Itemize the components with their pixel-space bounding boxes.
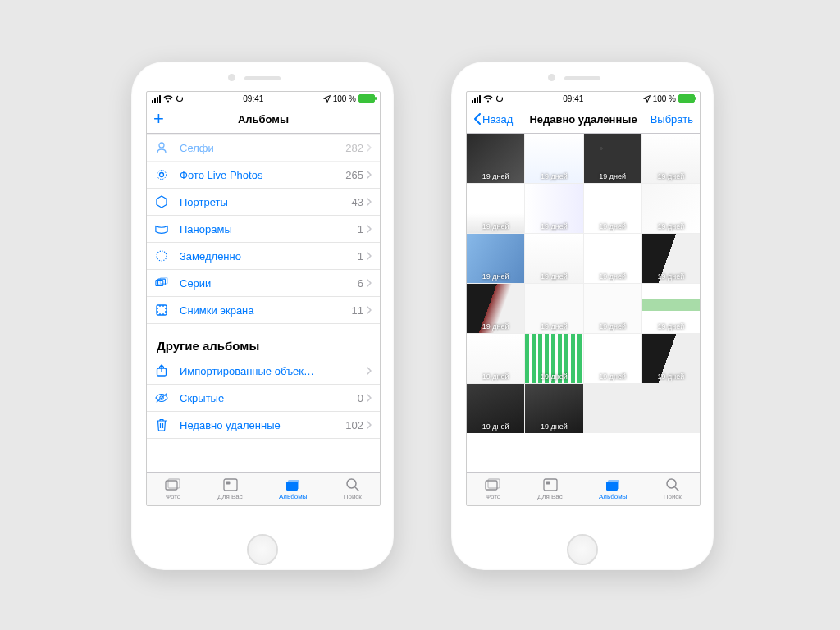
album-row-import[interactable]: Импортированные объек…	[147, 358, 380, 385]
svg-point-25	[667, 479, 676, 488]
album-count: 6	[358, 277, 363, 290]
deleted-thumbnail[interactable]: 19 дней	[525, 134, 582, 183]
tab-icon	[664, 477, 681, 492]
days-remaining: 19 дней	[541, 422, 568, 433]
deleted-thumbnail[interactable]: 19 дней	[467, 234, 524, 283]
deleted-thumbnail[interactable]: 19 дней	[584, 184, 641, 233]
select-button[interactable]: Выбрать	[651, 113, 693, 126]
album-label: Импортированные объек…	[180, 365, 367, 377]
trash-icon	[155, 418, 168, 431]
deleted-thumbnail[interactable]: 19 дней	[584, 334, 641, 383]
svg-rect-13	[224, 479, 237, 491]
deleted-thumbnail[interactable]: 19 дней	[642, 184, 700, 233]
deleted-thumbnail[interactable]: 19 дней	[467, 284, 524, 333]
battery-percent: 100 %	[333, 94, 356, 103]
tab-Для Вас[interactable]: Для Вас	[217, 477, 242, 500]
album-row-live[interactable]: Фото Live Photos265	[147, 162, 380, 189]
days-remaining: 19 дней	[599, 322, 626, 333]
svg-rect-16	[288, 480, 299, 489]
deleted-thumbnail[interactable]: 19 дней	[525, 384, 582, 433]
tab-Альбомы[interactable]: Альбомы	[599, 477, 627, 500]
chevron-left-icon	[473, 113, 481, 125]
battery-icon	[358, 94, 375, 103]
days-remaining: 19 дней	[657, 222, 684, 233]
deleted-thumbnail[interactable]: 19 дней	[467, 184, 524, 233]
album-row-screenshot[interactable]: Снимки экрана11	[147, 297, 380, 324]
album-row-pano[interactable]: Панорамы1	[147, 216, 380, 243]
album-count: 1	[358, 250, 363, 262]
deleted-thumbnail[interactable]: 19 дней	[584, 234, 641, 283]
album-count: 265	[345, 169, 363, 181]
signal-icon	[472, 95, 481, 103]
album-count: 102	[345, 419, 363, 431]
tab-Для Вас[interactable]: Для Вас	[537, 477, 562, 500]
deleted-thumbnail[interactable]: 19 дней	[584, 134, 641, 183]
album-row-slomo[interactable]: Замедленно1	[147, 243, 380, 270]
deleted-thumbnail[interactable]: 19 дней	[525, 334, 582, 383]
deleted-thumbnail[interactable]: 19 дней	[642, 234, 700, 283]
days-remaining: 19 дней	[541, 322, 568, 333]
back-button[interactable]: Назад	[473, 113, 513, 126]
svg-point-4	[157, 251, 167, 261]
chevron-right-icon	[367, 171, 372, 179]
status-bar: 09:41 100 %	[467, 92, 700, 105]
hidden-icon	[155, 391, 168, 404]
chevron-right-icon	[367, 252, 372, 260]
tab-icon	[222, 477, 239, 492]
deleted-thumbnail[interactable]: 19 дней	[467, 134, 524, 183]
svg-point-1	[159, 143, 164, 148]
tab-Поиск[interactable]: Поиск	[344, 477, 362, 500]
thumbnail-grid[interactable]: 19 дней19 дней19 дней19 дней19 дней19 дн…	[467, 134, 700, 472]
tab-Фото[interactable]: Фото	[485, 477, 501, 500]
deleted-thumbnail[interactable]: 19 дней	[525, 234, 582, 283]
status-bar: 09:41 100 %	[147, 92, 380, 105]
tab-icon	[485, 477, 501, 492]
album-label: Портреты	[180, 196, 352, 208]
chevron-right-icon	[367, 198, 372, 206]
deleted-thumbnail[interactable]: 19 дней	[467, 334, 524, 383]
tab-Поиск[interactable]: Поиск	[664, 477, 682, 500]
tab-label: Фото	[486, 493, 500, 500]
add-album-button[interactable]: +	[153, 110, 164, 128]
portrait-icon	[155, 195, 168, 208]
deleted-thumbnail[interactable]: 19 дней	[584, 284, 641, 333]
deleted-thumbnail[interactable]: 19 дней	[525, 184, 582, 233]
svg-point-2	[160, 173, 164, 177]
phone-mockup-albums: 09:41 100 % + Альбомы Селфи282Фото Live …	[131, 62, 394, 570]
album-count: 282	[345, 142, 363, 154]
days-remaining: 19 дней	[657, 372, 684, 383]
signal-icon	[152, 95, 161, 103]
album-label: Селфи	[180, 142, 345, 154]
days-remaining: 19 дней	[482, 322, 509, 333]
deleted-thumbnail[interactable]: 19 дней	[642, 134, 700, 183]
tab-icon	[285, 477, 301, 492]
days-remaining: 19 дней	[599, 272, 626, 283]
album-row-hidden[interactable]: Скрытые0	[147, 385, 380, 412]
album-row-burst[interactable]: Серии6	[147, 270, 380, 297]
plus-icon: +	[153, 110, 164, 128]
home-button[interactable]	[567, 534, 598, 565]
deleted-thumbnail[interactable]: 19 дней	[642, 334, 700, 383]
loading-icon	[176, 94, 184, 103]
live-icon	[155, 168, 168, 181]
deleted-thumbnail[interactable]: 19 дней	[525, 284, 582, 333]
album-row-selfie[interactable]: Селфи282	[147, 134, 380, 162]
phone-speaker	[564, 76, 600, 80]
tab-Альбомы[interactable]: Альбомы	[279, 477, 307, 500]
svg-rect-24	[608, 480, 619, 489]
chevron-right-icon	[367, 144, 372, 152]
svg-point-17	[347, 479, 356, 488]
days-remaining: 19 дней	[599, 172, 626, 183]
deleted-thumbnail[interactable]: 19 дней	[642, 284, 700, 333]
svg-rect-14	[226, 482, 230, 485]
tab-Фото[interactable]: Фото	[165, 477, 181, 500]
chevron-right-icon	[367, 279, 372, 287]
selfie-icon	[155, 141, 168, 154]
deleted-thumbnail[interactable]: 19 дней	[467, 384, 524, 433]
album-row-portrait[interactable]: Портреты43	[147, 189, 380, 216]
tab-label: Альбомы	[599, 493, 627, 500]
burst-icon	[155, 276, 168, 290]
svg-rect-21	[544, 479, 557, 491]
home-button[interactable]	[247, 534, 278, 565]
album-row-trash[interactable]: Недавно удаленные102	[147, 412, 380, 439]
